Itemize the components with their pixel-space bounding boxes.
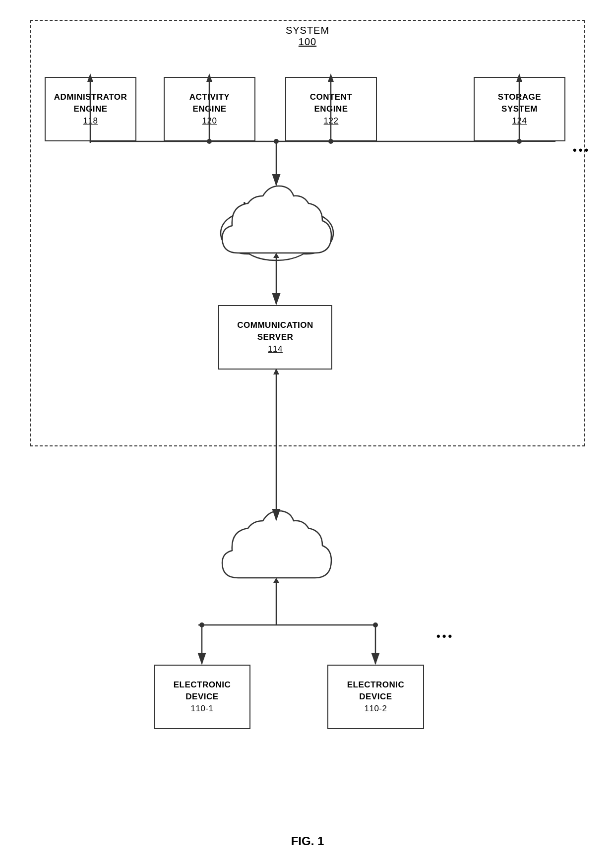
admin-line2: ENGINE (73, 103, 107, 115)
diagram: SYSTEM 100 ADMINISTRATOR ENGINE 118 ACTI… (0, 0, 615, 868)
activity-engine-box: ACTIVITY ENGINE 120 (164, 77, 255, 141)
svg-point-33 (373, 622, 378, 627)
content-line1: CONTENT (310, 91, 353, 103)
elec2-line2: DEVICE (359, 691, 392, 703)
elec1-line2: DEVICE (185, 691, 218, 703)
comm-number: 114 (268, 343, 283, 355)
more-items-dots-top: ••• (573, 144, 590, 157)
admin-number: 118 (83, 115, 98, 127)
elec1-number: 110-1 (191, 703, 214, 715)
elec2-line1: ELECTRONIC (347, 679, 405, 691)
comm-server-box: COMMUNICATION SERVER 114 (218, 305, 332, 370)
content-number: 122 (324, 115, 339, 127)
activity-number: 120 (202, 115, 217, 127)
network-112-number: 112 (243, 549, 291, 559)
system-number: 100 (286, 36, 329, 48)
storage-line2: SYSTEM (501, 103, 538, 115)
content-line2: ENGINE (314, 103, 348, 115)
content-engine-box: CONTENT ENGINE 122 (285, 77, 377, 141)
svg-point-32 (199, 622, 204, 627)
system-label: SYSTEM 100 (286, 25, 329, 48)
cloud-112 (222, 511, 331, 578)
activity-line1: ACTIVITY (189, 91, 230, 103)
electronic-device-1-box: ELECTRONIC DEVICE 110-1 (154, 665, 250, 729)
electronic-device-2-box: ELECTRONIC DEVICE 110-2 (327, 665, 424, 729)
storage-line1: STORAGE (498, 91, 541, 103)
storage-system-box: STORAGE SYSTEM 124 (474, 77, 565, 141)
admin-engine-box: ADMINISTRATOR ENGINE 118 (45, 77, 136, 141)
svg-marker-30 (273, 578, 279, 583)
admin-line1: ADMINISTRATOR (54, 91, 127, 103)
elec1-line1: ELECTRONIC (174, 679, 231, 691)
fig-label: FIG. 1 (291, 834, 324, 848)
more-items-dots-bottom: ••• (436, 630, 454, 643)
activity-line2: ENGINE (192, 103, 226, 115)
elec2-number: 110-2 (365, 703, 387, 715)
comm-line2: SERVER (257, 331, 294, 343)
system-text: SYSTEM (286, 25, 329, 36)
storage-number: 124 (512, 115, 527, 127)
network-112-label: NETWORK 112 (243, 538, 291, 559)
network-112-text: NETWORK (243, 538, 291, 549)
comm-line1: COMMUNICATION (237, 319, 313, 331)
